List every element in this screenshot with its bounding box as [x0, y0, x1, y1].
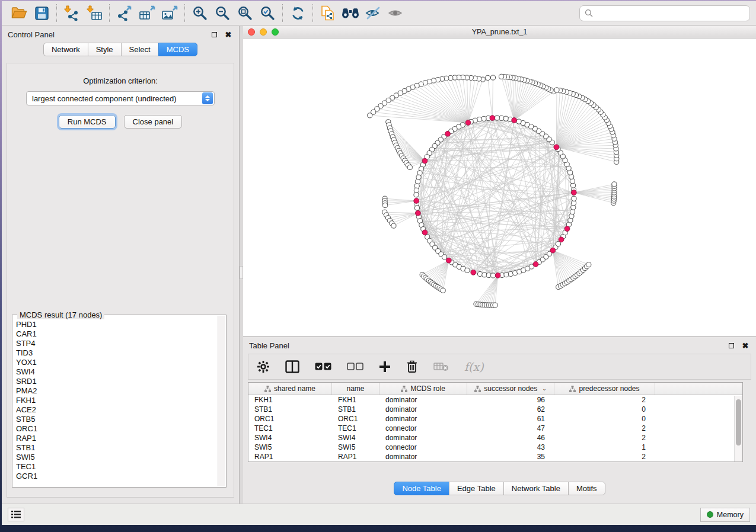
mcds-result-item[interactable]: PHD1 [16, 320, 218, 329]
graph-node[interactable] [407, 165, 412, 169]
graph-node[interactable] [612, 182, 617, 187]
table-cell[interactable]: dominator [379, 452, 467, 462]
graph-node[interactable] [465, 120, 471, 126]
show-all-icon[interactable] [384, 3, 407, 23]
select-all-checkboxes-icon[interactable] [315, 358, 331, 376]
table-tab-motifs[interactable]: Motifs [568, 482, 605, 495]
table-cell[interactable]: ORC1 [332, 414, 379, 424]
import-table-icon[interactable] [83, 3, 106, 23]
graph-node[interactable] [490, 75, 495, 80]
graph-node[interactable] [368, 113, 372, 118]
mcds-result-item[interactable]: STB1 [16, 443, 218, 453]
mcds-result-item[interactable]: ORC1 [16, 424, 218, 434]
graph-node[interactable] [564, 226, 570, 232]
graph-node[interactable] [559, 237, 564, 242]
task-history-icon[interactable] [8, 508, 24, 521]
zoom-out-icon[interactable] [211, 3, 234, 23]
table-cell[interactable]: connector [379, 424, 467, 433]
column-panel-icon[interactable] [285, 358, 299, 376]
tab-mcds[interactable]: MCDS [158, 43, 197, 56]
open-session-icon[interactable] [8, 3, 30, 23]
graph-node[interactable] [414, 198, 419, 204]
graph-node[interactable] [416, 175, 421, 180]
network-search-field[interactable] [579, 5, 750, 21]
mcds-result-item[interactable]: TID3 [16, 348, 218, 358]
export-network-icon[interactable] [113, 3, 136, 23]
table-cell[interactable]: ACE2 [248, 462, 332, 462]
table-cell[interactable]: 96 [467, 395, 554, 405]
import-network-icon[interactable] [60, 3, 83, 23]
graph-node[interactable] [570, 179, 575, 184]
save-session-icon[interactable] [30, 3, 53, 23]
mcds-result-item[interactable]: SWI4 [16, 367, 218, 377]
graph-node[interactable] [414, 206, 419, 210]
table-cell[interactable]: dominator [379, 405, 467, 414]
table-cell[interactable]: 2 [554, 452, 655, 462]
table-cell[interactable]: SWI5 [248, 443, 332, 452]
table-cell[interactable]: SWI4 [332, 433, 379, 443]
mcds-result-item[interactable]: TEC1 [16, 462, 218, 472]
refresh-icon[interactable] [286, 3, 309, 23]
export-table-icon[interactable] [136, 3, 158, 23]
close-table-panel-icon[interactable]: ✖ [741, 341, 750, 350]
table-tab-node-table[interactable]: Node Table [394, 482, 449, 495]
mcds-result-item[interactable]: ACE2 [16, 405, 218, 415]
table-cell[interactable]: 2 [554, 433, 655, 443]
float-table-panel-icon[interactable] [726, 341, 736, 350]
table-cell[interactable]: FKH1 [248, 395, 332, 405]
graph-node[interactable] [414, 193, 419, 197]
graph-node[interactable] [516, 119, 521, 124]
table-tab-network-table[interactable]: Network Table [503, 482, 569, 495]
column-header-shared-name[interactable]: shared name [248, 383, 332, 395]
table-cell[interactable]: RAP1 [332, 452, 379, 462]
graph-node[interactable] [446, 258, 451, 263]
table-cell[interactable]: 31 [467, 462, 554, 462]
mcds-result-item[interactable]: PMA2 [16, 386, 218, 396]
table-cell[interactable]: 46 [467, 433, 554, 443]
add-column-icon[interactable] [379, 358, 391, 376]
tab-network[interactable]: Network [43, 43, 88, 56]
tab-style[interactable]: Style [88, 43, 122, 56]
mcds-list-scrollbar[interactable] [218, 316, 225, 486]
table-cell[interactable]: TEC1 [332, 424, 379, 433]
mcds-result-item[interactable]: YOX1 [16, 358, 218, 367]
graph-node[interactable] [503, 116, 508, 121]
table-cell[interactable]: dominator [379, 433, 467, 443]
graph-node[interactable] [415, 179, 420, 184]
table-cell[interactable]: STB1 [248, 405, 332, 414]
graph-node[interactable] [441, 288, 445, 293]
graph-node[interactable] [442, 255, 446, 259]
graph-node[interactable] [422, 158, 428, 164]
export-image-icon[interactable] [158, 3, 181, 23]
memory-button[interactable]: Memory [700, 508, 750, 522]
first-neighbors-icon[interactable] [339, 3, 362, 23]
table-cell[interactable]: 1 [554, 462, 655, 462]
graph-node[interactable] [499, 74, 504, 79]
table-cell[interactable]: dominator [379, 414, 467, 424]
graph-node[interactable] [477, 117, 482, 122]
graph-node[interactable] [554, 88, 559, 92]
graph-node[interactable] [569, 214, 574, 219]
graph-node[interactable] [571, 205, 576, 210]
graph-node[interactable] [481, 116, 486, 121]
float-panel-icon[interactable] [209, 30, 219, 39]
zoom-in-icon[interactable] [189, 3, 211, 23]
table-scrollbar[interactable] [734, 396, 742, 462]
mcds-result-item[interactable]: STP4 [16, 339, 218, 348]
table-cell[interactable]: connector [379, 443, 467, 452]
table-cell[interactable]: ACE2 [332, 462, 379, 462]
search-input[interactable] [596, 9, 745, 18]
graph-node[interactable] [477, 271, 482, 276]
zoom-fit-icon[interactable] [234, 3, 256, 23]
mcds-result-item[interactable]: SWI5 [16, 453, 218, 462]
table-cell[interactable]: TEC1 [248, 424, 332, 433]
graph-node[interactable] [533, 262, 538, 267]
graph-node[interactable] [491, 273, 496, 278]
table-cell[interactable]: FKH1 [332, 395, 379, 405]
table-cell[interactable]: connector [379, 462, 467, 462]
table-cell[interactable]: SWI5 [332, 443, 379, 452]
table-tab-edge-table[interactable]: Edge Table [449, 482, 504, 495]
deselect-all-checkboxes-icon[interactable] [347, 358, 363, 376]
graph-node[interactable] [570, 209, 575, 214]
graph-node[interactable] [445, 131, 451, 136]
